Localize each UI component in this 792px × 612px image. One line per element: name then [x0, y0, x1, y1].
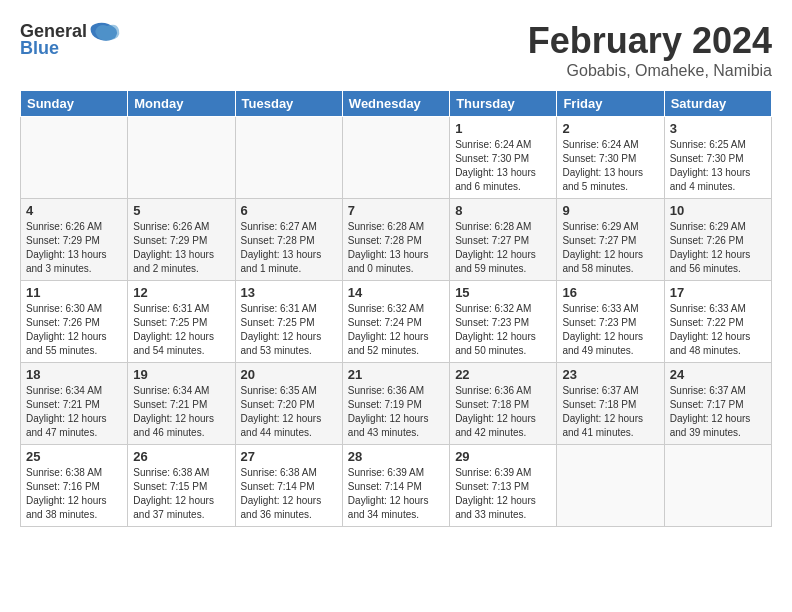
- day-number: 27: [241, 449, 337, 464]
- logo-icon: [89, 20, 121, 42]
- day-info: Sunrise: 6:32 AM Sunset: 7:24 PM Dayligh…: [348, 302, 444, 358]
- day-number: 7: [348, 203, 444, 218]
- calendar-cell: 5Sunrise: 6:26 AM Sunset: 7:29 PM Daylig…: [128, 199, 235, 281]
- day-info: Sunrise: 6:32 AM Sunset: 7:23 PM Dayligh…: [455, 302, 551, 358]
- calendar-cell: 4Sunrise: 6:26 AM Sunset: 7:29 PM Daylig…: [21, 199, 128, 281]
- calendar-cell: 3Sunrise: 6:25 AM Sunset: 7:30 PM Daylig…: [664, 117, 771, 199]
- day-number: 16: [562, 285, 658, 300]
- calendar-cell: 19Sunrise: 6:34 AM Sunset: 7:21 PM Dayli…: [128, 363, 235, 445]
- calendar-cell: [128, 117, 235, 199]
- day-info: Sunrise: 6:36 AM Sunset: 7:19 PM Dayligh…: [348, 384, 444, 440]
- calendar-cell: 9Sunrise: 6:29 AM Sunset: 7:27 PM Daylig…: [557, 199, 664, 281]
- day-info: Sunrise: 6:33 AM Sunset: 7:23 PM Dayligh…: [562, 302, 658, 358]
- calendar-cell: 1Sunrise: 6:24 AM Sunset: 7:30 PM Daylig…: [450, 117, 557, 199]
- calendar-cell: [21, 117, 128, 199]
- calendar-cell: 28Sunrise: 6:39 AM Sunset: 7:14 PM Dayli…: [342, 445, 449, 527]
- header: General Blue February 2024 Gobabis, Omah…: [20, 20, 772, 80]
- day-info: Sunrise: 6:37 AM Sunset: 7:17 PM Dayligh…: [670, 384, 766, 440]
- day-info: Sunrise: 6:34 AM Sunset: 7:21 PM Dayligh…: [26, 384, 122, 440]
- calendar-cell: 11Sunrise: 6:30 AM Sunset: 7:26 PM Dayli…: [21, 281, 128, 363]
- day-number: 23: [562, 367, 658, 382]
- day-number: 17: [670, 285, 766, 300]
- day-info: Sunrise: 6:28 AM Sunset: 7:27 PM Dayligh…: [455, 220, 551, 276]
- calendar-cell: 14Sunrise: 6:32 AM Sunset: 7:24 PM Dayli…: [342, 281, 449, 363]
- location: Gobabis, Omaheke, Namibia: [528, 62, 772, 80]
- day-info: Sunrise: 6:26 AM Sunset: 7:29 PM Dayligh…: [26, 220, 122, 276]
- day-number: 9: [562, 203, 658, 218]
- day-number: 29: [455, 449, 551, 464]
- day-number: 11: [26, 285, 122, 300]
- calendar-cell: 17Sunrise: 6:33 AM Sunset: 7:22 PM Dayli…: [664, 281, 771, 363]
- calendar-cell: [342, 117, 449, 199]
- calendar-cell: 23Sunrise: 6:37 AM Sunset: 7:18 PM Dayli…: [557, 363, 664, 445]
- dow-header-tuesday: Tuesday: [235, 91, 342, 117]
- calendar-cell: 21Sunrise: 6:36 AM Sunset: 7:19 PM Dayli…: [342, 363, 449, 445]
- day-info: Sunrise: 6:30 AM Sunset: 7:26 PM Dayligh…: [26, 302, 122, 358]
- day-info: Sunrise: 6:31 AM Sunset: 7:25 PM Dayligh…: [241, 302, 337, 358]
- day-number: 28: [348, 449, 444, 464]
- dow-header-saturday: Saturday: [664, 91, 771, 117]
- day-info: Sunrise: 6:27 AM Sunset: 7:28 PM Dayligh…: [241, 220, 337, 276]
- calendar-cell: 24Sunrise: 6:37 AM Sunset: 7:17 PM Dayli…: [664, 363, 771, 445]
- title-block: February 2024 Gobabis, Omaheke, Namibia: [528, 20, 772, 80]
- day-info: Sunrise: 6:38 AM Sunset: 7:16 PM Dayligh…: [26, 466, 122, 522]
- day-number: 24: [670, 367, 766, 382]
- day-number: 10: [670, 203, 766, 218]
- day-number: 20: [241, 367, 337, 382]
- calendar-cell: 16Sunrise: 6:33 AM Sunset: 7:23 PM Dayli…: [557, 281, 664, 363]
- day-info: Sunrise: 6:38 AM Sunset: 7:14 PM Dayligh…: [241, 466, 337, 522]
- day-number: 3: [670, 121, 766, 136]
- day-info: Sunrise: 6:37 AM Sunset: 7:18 PM Dayligh…: [562, 384, 658, 440]
- day-number: 2: [562, 121, 658, 136]
- day-number: 12: [133, 285, 229, 300]
- day-number: 5: [133, 203, 229, 218]
- day-number: 1: [455, 121, 551, 136]
- day-info: Sunrise: 6:35 AM Sunset: 7:20 PM Dayligh…: [241, 384, 337, 440]
- dow-header-thursday: Thursday: [450, 91, 557, 117]
- day-info: Sunrise: 6:38 AM Sunset: 7:15 PM Dayligh…: [133, 466, 229, 522]
- calendar-cell: 15Sunrise: 6:32 AM Sunset: 7:23 PM Dayli…: [450, 281, 557, 363]
- day-info: Sunrise: 6:34 AM Sunset: 7:21 PM Dayligh…: [133, 384, 229, 440]
- logo: General Blue: [20, 20, 121, 59]
- day-number: 8: [455, 203, 551, 218]
- day-number: 13: [241, 285, 337, 300]
- day-number: 26: [133, 449, 229, 464]
- day-number: 21: [348, 367, 444, 382]
- day-info: Sunrise: 6:36 AM Sunset: 7:18 PM Dayligh…: [455, 384, 551, 440]
- day-number: 19: [133, 367, 229, 382]
- calendar-cell: 2Sunrise: 6:24 AM Sunset: 7:30 PM Daylig…: [557, 117, 664, 199]
- calendar-cell: 25Sunrise: 6:38 AM Sunset: 7:16 PM Dayli…: [21, 445, 128, 527]
- day-info: Sunrise: 6:31 AM Sunset: 7:25 PM Dayligh…: [133, 302, 229, 358]
- dow-header-friday: Friday: [557, 91, 664, 117]
- calendar-cell: 20Sunrise: 6:35 AM Sunset: 7:20 PM Dayli…: [235, 363, 342, 445]
- day-number: 6: [241, 203, 337, 218]
- day-info: Sunrise: 6:26 AM Sunset: 7:29 PM Dayligh…: [133, 220, 229, 276]
- day-info: Sunrise: 6:29 AM Sunset: 7:26 PM Dayligh…: [670, 220, 766, 276]
- calendar-cell: 18Sunrise: 6:34 AM Sunset: 7:21 PM Dayli…: [21, 363, 128, 445]
- dow-header-wednesday: Wednesday: [342, 91, 449, 117]
- day-info: Sunrise: 6:24 AM Sunset: 7:30 PM Dayligh…: [562, 138, 658, 194]
- calendar-cell: 6Sunrise: 6:27 AM Sunset: 7:28 PM Daylig…: [235, 199, 342, 281]
- day-info: Sunrise: 6:28 AM Sunset: 7:28 PM Dayligh…: [348, 220, 444, 276]
- day-info: Sunrise: 6:29 AM Sunset: 7:27 PM Dayligh…: [562, 220, 658, 276]
- day-info: Sunrise: 6:39 AM Sunset: 7:14 PM Dayligh…: [348, 466, 444, 522]
- calendar-container: General Blue February 2024 Gobabis, Omah…: [0, 0, 792, 537]
- day-info: Sunrise: 6:39 AM Sunset: 7:13 PM Dayligh…: [455, 466, 551, 522]
- calendar-cell: 12Sunrise: 6:31 AM Sunset: 7:25 PM Dayli…: [128, 281, 235, 363]
- day-number: 4: [26, 203, 122, 218]
- dow-header-sunday: Sunday: [21, 91, 128, 117]
- calendar-cell: 8Sunrise: 6:28 AM Sunset: 7:27 PM Daylig…: [450, 199, 557, 281]
- day-info: Sunrise: 6:24 AM Sunset: 7:30 PM Dayligh…: [455, 138, 551, 194]
- calendar-cell: [664, 445, 771, 527]
- calendar-cell: [235, 117, 342, 199]
- day-number: 25: [26, 449, 122, 464]
- day-info: Sunrise: 6:33 AM Sunset: 7:22 PM Dayligh…: [670, 302, 766, 358]
- calendar-cell: 29Sunrise: 6:39 AM Sunset: 7:13 PM Dayli…: [450, 445, 557, 527]
- calendar-cell: 26Sunrise: 6:38 AM Sunset: 7:15 PM Dayli…: [128, 445, 235, 527]
- calendar-cell: 27Sunrise: 6:38 AM Sunset: 7:14 PM Dayli…: [235, 445, 342, 527]
- dow-header-monday: Monday: [128, 91, 235, 117]
- day-number: 22: [455, 367, 551, 382]
- day-number: 15: [455, 285, 551, 300]
- day-info: Sunrise: 6:25 AM Sunset: 7:30 PM Dayligh…: [670, 138, 766, 194]
- day-number: 18: [26, 367, 122, 382]
